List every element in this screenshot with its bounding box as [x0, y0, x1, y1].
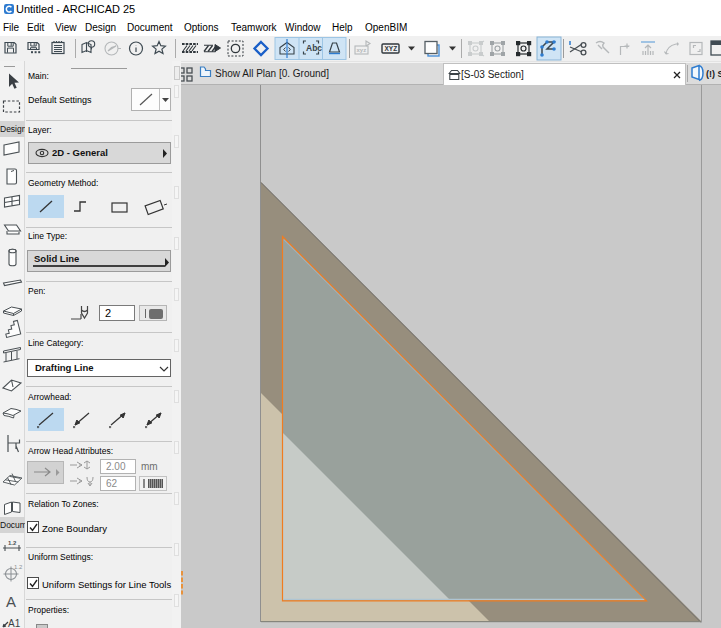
- svg-text:A1: A1: [8, 618, 21, 628]
- svg-text:XYZ: XYZ: [385, 45, 398, 52]
- svg-text:1.2: 1.2: [8, 540, 17, 546]
- svg-text:1.2: 1.2: [14, 564, 23, 570]
- svg-text:Abc: Abc: [306, 43, 322, 53]
- svg-text:A: A: [6, 593, 16, 610]
- svg-text:xyz: xyz: [357, 47, 367, 53]
